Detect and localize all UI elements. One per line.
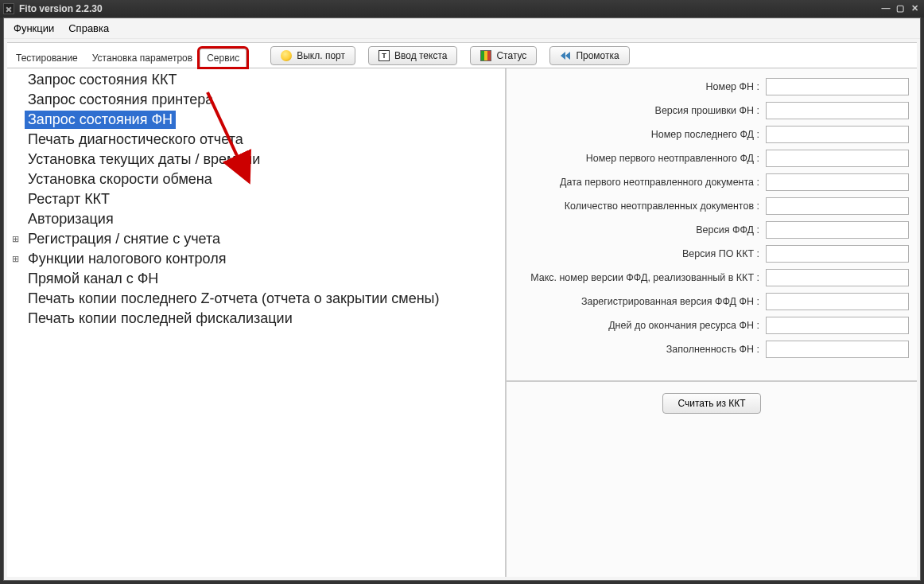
tree-expand-icon[interactable]: ⊞: [9, 234, 21, 244]
form-label: Версия прошивки ФН :: [655, 105, 759, 116]
form-input[interactable]: [766, 102, 909, 119]
text-input-button-label: Ввод текста: [394, 50, 447, 61]
tree-expand-icon[interactable]: ⊞: [9, 254, 21, 264]
status-icon: [480, 50, 491, 61]
titlebar: Fito version 2.2.30 — ▢ ✕: [0, 0, 924, 18]
form-label: Макс. номер версии ФФД, реализованный в …: [530, 272, 759, 283]
tree-row[interactable]: Печать диагностического отчета: [9, 130, 505, 150]
tree-item-label[interactable]: Печать диагностического отчета: [25, 130, 247, 149]
tree-item-label[interactable]: Запрос состояния принтера: [25, 91, 216, 109]
form-label: Версия ПО ККТ :: [682, 248, 759, 259]
port-button-label: Выкл. порт: [297, 50, 345, 61]
tree-item-label[interactable]: Запрос состояния ККТ: [25, 71, 180, 89]
rewind-icon: [560, 50, 571, 61]
tree-row[interactable]: Рестарт ККТ: [9, 189, 505, 209]
form-label: Номер последнего ФД :: [651, 129, 759, 140]
tree-row[interactable]: Запрос состояния ФН: [9, 110, 505, 130]
app-icon: [3, 3, 14, 14]
rewind-button[interactable]: Промотка: [549, 46, 629, 65]
text-icon: T: [379, 50, 390, 61]
lightbulb-icon: [281, 50, 292, 61]
rewind-button-label: Промотка: [576, 50, 619, 61]
tab-row: Тестирование Установка параметров Сервис…: [7, 43, 917, 68]
tree-item-label[interactable]: Установка текущих даты / времени: [25, 150, 263, 169]
form-input[interactable]: [766, 150, 909, 167]
menubar: Функции Справка: [4, 18, 920, 39]
tree-row[interactable]: Запрос состояния ККТ: [9, 70, 505, 90]
form-label: Дней до окончания ресурса ФН :: [608, 320, 759, 331]
function-tree[interactable]: Запрос состояния ККТЗапрос состояния при…: [7, 68, 507, 577]
window-controls: — ▢ ✕: [879, 3, 921, 14]
tree-row[interactable]: ⊞Функции налогового контроля: [9, 249, 505, 269]
form-row: Дней до окончания ресурса ФН :: [513, 313, 909, 337]
form-input[interactable]: [766, 317, 909, 334]
form-row: Заполненность ФН :: [513, 337, 909, 361]
tab-testing[interactable]: Тестирование: [9, 49, 85, 66]
action-bar: Считать из ККТ: [507, 380, 917, 425]
tree-row[interactable]: ⊞Регистрация / снятие с учета: [9, 229, 505, 249]
form-row: Версия прошивки ФН :: [513, 99, 909, 123]
client-area: Функции Справка Тестирование Установка п…: [3, 18, 921, 581]
form-input[interactable]: [766, 126, 909, 143]
form-label: Дата первого неотправленного документа :: [560, 177, 759, 188]
tree-row[interactable]: Печать копии последней фискализации: [9, 309, 505, 329]
form-label: Версия ФФД :: [696, 224, 759, 236]
tree-item-label[interactable]: Запрос состояния ФН: [25, 111, 176, 129]
tab-params[interactable]: Установка параметров: [85, 49, 200, 66]
tree-item-label[interactable]: Регистрация / снятие с учета: [25, 230, 223, 248]
tree-row[interactable]: Установка текущих даты / времени: [9, 150, 505, 169]
tree-row[interactable]: Установка скорости обмена: [9, 169, 505, 189]
window-title: Fito version 2.2.30: [19, 3, 875, 14]
form-label: Номер первого неотправленного ФД :: [586, 153, 759, 164]
tree-item-label[interactable]: Печать копии последнего Z-отчета (отчета…: [25, 290, 443, 308]
tree-item-label[interactable]: Установка скорости обмена: [25, 170, 215, 189]
form-row: Версия ФФД :: [513, 218, 909, 242]
body-grid: Запрос состояния ККТЗапрос состояния при…: [7, 68, 917, 577]
form-label: Номер ФН :: [706, 81, 759, 92]
status-button[interactable]: Статус: [470, 46, 537, 65]
form-input[interactable]: [766, 197, 909, 215]
tree-row[interactable]: Авторизация: [9, 209, 505, 229]
close-button[interactable]: ✕: [908, 3, 921, 14]
form-input[interactable]: [766, 78, 909, 95]
minimize-button[interactable]: —: [879, 3, 892, 14]
tree-item-label[interactable]: Печать копии последней фискализации: [25, 310, 296, 328]
form-row: Зарегистрированная версия ФФД ФН :: [513, 290, 909, 313]
toolbar: Выкл. порт T Ввод текста Статус Промотка: [270, 46, 629, 65]
tree-row[interactable]: Запрос состояния принтера: [9, 90, 505, 110]
tree-item-label[interactable]: Авторизация: [25, 210, 117, 228]
form-input[interactable]: [766, 221, 909, 239]
form-label: Зарегистрированная версия ФФД ФН :: [581, 296, 759, 307]
form-label: Количество неотправленных документов :: [565, 201, 759, 212]
maximize-button[interactable]: ▢: [894, 3, 907, 14]
form-input[interactable]: [766, 269, 909, 286]
status-button-label: Статус: [496, 50, 526, 61]
tree-item-label[interactable]: Прямой канал с ФН: [25, 270, 161, 288]
content-area: Тестирование Установка параметров Сервис…: [7, 42, 917, 577]
form-input[interactable]: [766, 245, 909, 263]
form-input[interactable]: [766, 173, 909, 191]
form-row: Номер первого неотправленного ФД :: [513, 146, 909, 170]
form-area: Номер ФН :Версия прошивки ФН :Номер посл…: [507, 68, 917, 364]
tree-item-label[interactable]: Функции налогового контроля: [25, 250, 229, 268]
details-panel: Номер ФН :Версия прошивки ФН :Номер посл…: [507, 68, 917, 577]
menu-functions[interactable]: Функции: [9, 21, 59, 36]
read-from-kkt-button[interactable]: Считать из ККТ: [662, 393, 760, 414]
form-row: Дата первого неотправленного документа :: [513, 170, 909, 194]
tab-service[interactable]: Сервис: [200, 49, 247, 67]
app-window: Fito version 2.2.30 — ▢ ✕ Функции Справк…: [0, 0, 924, 584]
form-row: Макс. номер версии ФФД, реализованный в …: [513, 266, 909, 290]
tree-row[interactable]: Печать копии последнего Z-отчета (отчета…: [9, 289, 505, 309]
tree-row[interactable]: Прямой канал с ФН: [9, 269, 505, 289]
form-input[interactable]: [766, 293, 909, 310]
form-input[interactable]: [766, 341, 909, 358]
tree-item-label[interactable]: Рестарт ККТ: [25, 190, 113, 208]
port-button[interactable]: Выкл. порт: [270, 46, 355, 65]
form-row: Количество неотправленных документов :: [513, 194, 909, 218]
form-row: Номер ФН :: [513, 75, 909, 99]
form-row: Версия ПО ККТ :: [513, 242, 909, 266]
form-label: Заполненность ФН :: [666, 344, 759, 355]
menu-help[interactable]: Справка: [64, 21, 114, 36]
form-row: Номер последнего ФД :: [513, 123, 909, 146]
text-input-button[interactable]: T Ввод текста: [368, 46, 457, 65]
